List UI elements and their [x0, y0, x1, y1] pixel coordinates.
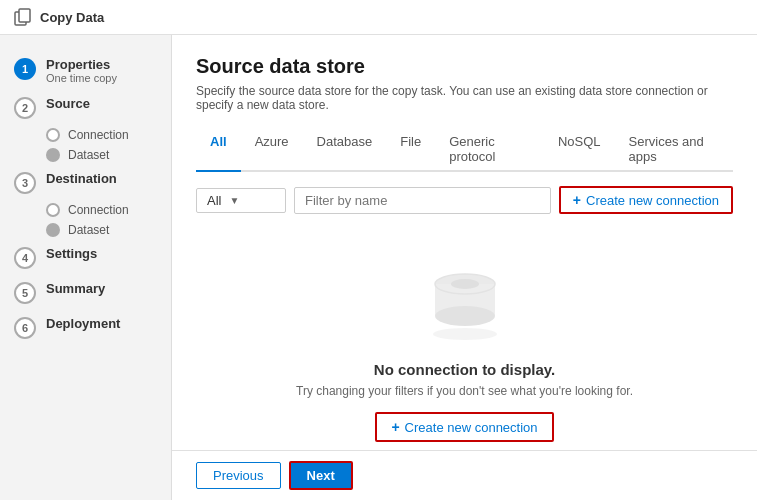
page-description: Specify the source data store for the co…: [196, 84, 733, 112]
empty-desc: Try changing your filters if you don't s…: [296, 384, 633, 398]
plus-icon-center: +: [391, 419, 399, 435]
sidebar: 1 Properties One time copy 2 Source Conn…: [0, 35, 172, 500]
title-bar-text: Copy Data: [40, 10, 104, 25]
destination-dataset-dot: [46, 223, 60, 237]
nav-label-group-2: Source: [46, 96, 90, 111]
source-sub-items: Connection Dataset: [0, 125, 171, 165]
create-connection-button-top[interactable]: + Create new connection: [559, 186, 733, 214]
sidebar-item-settings[interactable]: 4 Settings: [0, 240, 171, 275]
title-bar: Copy Data: [0, 0, 757, 35]
sidebar-item-destination[interactable]: 3 Destination: [0, 165, 171, 200]
tab-generic-protocol[interactable]: Generic protocol: [435, 128, 544, 172]
sidebar-item-deployment[interactable]: 6 Deployment: [0, 310, 171, 345]
tab-database[interactable]: Database: [303, 128, 387, 172]
source-dataset-item: Dataset: [46, 145, 171, 165]
nav-circle-3: 3: [14, 172, 36, 194]
sidebar-item-source[interactable]: 2 Source: [0, 90, 171, 125]
nav-circle-6: 6: [14, 317, 36, 339]
chevron-down-icon: ▼: [229, 195, 239, 206]
nav-circle-2: 2: [14, 97, 36, 119]
tab-services-apps[interactable]: Services and apps: [615, 128, 733, 172]
filter-dropdown-value: All: [207, 193, 221, 208]
destination-connection-dot: [46, 203, 60, 217]
destination-sub-items: Connection Dataset: [0, 200, 171, 240]
sidebar-item-summary[interactable]: 5 Summary: [0, 275, 171, 310]
nav-circle-4: 4: [14, 247, 36, 269]
copy-data-icon: [14, 8, 32, 26]
nav-label-group-1: Properties One time copy: [46, 57, 117, 84]
create-connection-button-center[interactable]: + Create new connection: [375, 412, 553, 442]
svg-point-7: [433, 328, 497, 340]
svg-point-4: [435, 306, 495, 326]
plus-icon-top: +: [573, 192, 581, 208]
tab-azure[interactable]: Azure: [241, 128, 303, 172]
page-title: Source data store: [196, 55, 733, 78]
previous-button[interactable]: Previous: [196, 462, 281, 489]
source-connection-item: Connection: [46, 125, 171, 145]
filter-input[interactable]: [294, 187, 551, 214]
sidebar-item-properties[interactable]: 1 Properties One time copy: [0, 51, 171, 90]
source-connection-dot: [46, 128, 60, 142]
filter-dropdown[interactable]: All ▼: [196, 188, 286, 213]
nav-circle-1: 1: [14, 58, 36, 80]
nav-label-group-3: Destination: [46, 171, 117, 186]
next-button[interactable]: Next: [289, 461, 353, 490]
database-illustration: [420, 254, 510, 347]
footer: Previous Next: [172, 450, 757, 500]
destination-dataset-item: Dataset: [46, 220, 171, 240]
svg-rect-1: [19, 9, 30, 22]
destination-connection-item: Connection: [46, 200, 171, 220]
empty-title: No connection to display.: [374, 361, 555, 378]
tab-nosql[interactable]: NoSQL: [544, 128, 615, 172]
empty-state: No connection to display. Try changing y…: [196, 234, 733, 450]
tab-all[interactable]: All: [196, 128, 241, 172]
nav-circle-5: 5: [14, 282, 36, 304]
filter-row: All ▼ + Create new connection: [196, 186, 733, 214]
tabs-bar: All Azure Database File Generic protocol…: [196, 128, 733, 172]
source-dataset-dot: [46, 148, 60, 162]
tab-file[interactable]: File: [386, 128, 435, 172]
main-layout: 1 Properties One time copy 2 Source Conn…: [0, 35, 757, 500]
svg-point-6: [451, 279, 479, 289]
content-area: Source data store Specify the source dat…: [172, 35, 757, 450]
